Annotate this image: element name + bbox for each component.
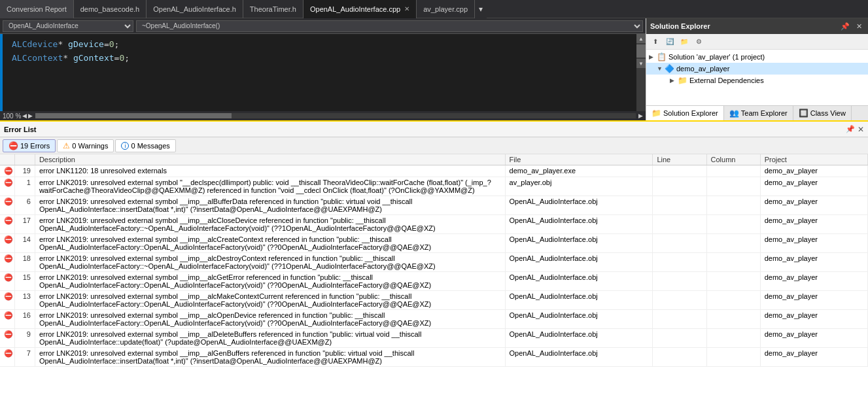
scope-selector[interactable]: OpenAL_AudioInterface xyxy=(3,20,133,32)
table-row[interactable]: ⛔ 13 error LNK2019: unresolved external … xyxy=(0,291,868,310)
error-project: demo_av_player xyxy=(760,310,867,329)
tab-label: av_player.cpp xyxy=(423,5,468,13)
col-description-header[interactable]: Description xyxy=(35,154,505,165)
error-column xyxy=(706,329,760,348)
external-deps-label: External Dependencies xyxy=(689,77,764,84)
table-row[interactable]: ⛔ 16 error LNK2019: unresolved external … xyxy=(0,310,868,329)
editor-vertical-scrollbar[interactable]: ▲ ▼ xyxy=(636,34,646,111)
error-file: OpenAL_AudioInterface.obj xyxy=(505,329,653,348)
method-selector[interactable]: ~OpenAL_AudioInterface() xyxy=(136,20,643,32)
tab-openal-cpp[interactable]: OpenAL_AudioInterface.cpp ✕ xyxy=(304,0,417,18)
error-line xyxy=(653,272,706,291)
messages-count-label: 0 Messages xyxy=(131,142,169,150)
solution-tab-explorer[interactable]: 📁 Solution Explorer xyxy=(646,106,724,120)
error-pin-btn[interactable]: 📌 xyxy=(846,125,855,133)
table-row[interactable]: ⛔ 17 error LNK2019: unresolved external … xyxy=(0,215,868,234)
error-toolbar: ⛔ 19 Errors ⚠ 0 Warnings i 0 Messages xyxy=(0,137,868,154)
errors-filter-btn[interactable]: ⛔ 19 Errors xyxy=(3,139,56,152)
error-num: 7 xyxy=(15,348,35,367)
table-row[interactable]: ⛔ 14 error LNK2019: unresolved external … xyxy=(0,234,868,253)
error-column xyxy=(706,348,760,367)
zoom-increase-btn[interactable]: ▶ xyxy=(28,112,33,119)
col-column-header[interactable]: Column xyxy=(706,154,760,165)
error-panel-close-btn[interactable]: ✕ xyxy=(858,125,864,134)
tab-conversion-report[interactable]: Conversion Report xyxy=(0,0,74,18)
error-type-icon: ⛔ xyxy=(0,291,15,310)
tab-avplayer[interactable]: av_player.cpp xyxy=(417,0,475,18)
error-type-icon: ⛔ xyxy=(0,215,15,234)
error-project: demo_av_player xyxy=(760,165,867,177)
error-type-icon: ⛔ xyxy=(0,253,15,272)
tab-demo-basecode[interactable]: demo_basecode.h xyxy=(74,0,147,18)
solution-tab-team-label: Team Explorer xyxy=(741,109,788,117)
error-project: demo_av_player xyxy=(760,196,867,215)
warnings-count-label: 0 Warnings xyxy=(72,142,108,150)
solution-tool-btn-4[interactable]: ⚙ xyxy=(692,36,705,48)
table-row[interactable]: ⛔ 18 error LNK2019: unresolved external … xyxy=(0,253,868,272)
solution-tab-class[interactable]: 🔲 Class View xyxy=(793,106,852,120)
error-description: error LNK2019: unresolved external symbo… xyxy=(35,215,505,234)
error-description: error LNK2019: unresolved external symbo… xyxy=(35,348,505,367)
col-line-header[interactable]: Line xyxy=(653,154,706,165)
error-line xyxy=(653,234,706,253)
error-project: demo_av_player xyxy=(760,215,867,234)
error-line xyxy=(653,215,706,234)
col-num-header[interactable] xyxy=(15,154,35,165)
error-column xyxy=(706,291,760,310)
tab-theora-timer[interactable]: TheoraTimer.h xyxy=(243,0,304,18)
error-file: OpenAL_AudioInterface.obj xyxy=(505,291,653,310)
error-type-icon: ⛔ xyxy=(0,348,15,367)
tab-label: Conversion Report xyxy=(7,5,67,13)
error-table[interactable]: Description File Line Column Project ⛔ 1… xyxy=(0,154,868,393)
solution-root-item[interactable]: ▶ 📋 Solution 'av_player' (1 project) xyxy=(646,51,868,63)
tree-expand-arrow[interactable]: ▶ xyxy=(649,54,657,60)
table-row[interactable]: ⛔ 7 error LNK2019: unresolved external s… xyxy=(0,348,868,367)
h-scroll-track[interactable] xyxy=(35,113,636,118)
h-scroll-thumb[interactable] xyxy=(35,113,232,118)
table-row[interactable]: ⛔ 1 error LNK2019: unresolved external s… xyxy=(0,177,868,196)
error-type-icon: ⛔ xyxy=(0,234,15,253)
scroll-up-btn[interactable]: ▲ xyxy=(636,34,646,43)
error-description: error LNK2019: unresolved external symbo… xyxy=(35,310,505,329)
solution-pin-btn[interactable]: 📌 xyxy=(839,22,852,31)
error-project: demo_av_player xyxy=(760,291,867,310)
tree-expand-arrow-3[interactable]: ▶ xyxy=(670,77,678,84)
col-file-header[interactable]: File xyxy=(505,154,653,165)
scrollbar-thumb[interactable] xyxy=(636,44,646,58)
solution-tab-team[interactable]: 👥 Team Explorer xyxy=(724,106,793,120)
solution-close-btn[interactable]: ✕ xyxy=(854,22,864,31)
error-column xyxy=(706,234,760,253)
error-file: OpenAL_AudioInterface.obj xyxy=(505,348,653,367)
col-project-header[interactable]: Project xyxy=(760,154,867,165)
solution-tool-btn-3[interactable]: 📁 xyxy=(678,36,691,48)
error-description: error LNK2019: unresolved external symbo… xyxy=(35,234,505,253)
table-row[interactable]: ⛔ 9 error LNK2019: unresolved external s… xyxy=(0,329,868,348)
solution-tool-btn-2[interactable]: 🔄 xyxy=(663,36,676,48)
error-num: 6 xyxy=(15,196,35,215)
external-deps-item[interactable]: ▶ 📁 External Dependencies xyxy=(646,75,868,86)
table-row[interactable]: ⛔ 15 error LNK2019: unresolved external … xyxy=(0,272,868,291)
error-num: 17 xyxy=(15,215,35,234)
col-icon-header[interactable] xyxy=(0,154,15,165)
error-project: demo_av_player xyxy=(760,253,867,272)
solution-tool-btn-1[interactable]: ⬆ xyxy=(649,36,662,48)
editor-code-area[interactable]: ALCdevice* gDevice=0; ALCcontext* gConte… xyxy=(0,34,636,111)
solution-label: Solution 'av_player' (1 project) xyxy=(668,53,765,61)
tree-expand-arrow-2[interactable]: ▼ xyxy=(657,65,665,72)
table-row[interactable]: ⛔ 6 error LNK2019: unresolved external s… xyxy=(0,196,868,215)
tab-openal-h[interactable]: OpenAL_AudioInterface.h xyxy=(147,0,243,18)
scroll-down-btn[interactable]: ▼ xyxy=(636,59,646,68)
zoom-decrease-btn[interactable]: ◀ xyxy=(22,112,27,119)
tab-close-icon[interactable]: ✕ xyxy=(404,5,409,12)
project-item[interactable]: ▼ 🔷 demo_av_player xyxy=(646,63,868,75)
error-num: 15 xyxy=(15,272,35,291)
zoom-label: 100 % xyxy=(3,112,21,120)
tab-scroll-arrow[interactable]: ▾ xyxy=(475,0,487,18)
info-icon: i xyxy=(121,142,129,150)
error-description: error LNK2019: unresolved external symbo… xyxy=(35,329,505,348)
table-row[interactable]: ⛔ 19 error LNK1120: 18 unresolved extern… xyxy=(0,165,868,177)
error-num: 9 xyxy=(15,329,35,348)
scroll-right-btn[interactable]: ▶ xyxy=(638,112,643,119)
warnings-filter-btn[interactable]: ⚠ 0 Warnings xyxy=(57,139,114,152)
messages-filter-btn[interactable]: i 0 Messages xyxy=(115,139,175,152)
